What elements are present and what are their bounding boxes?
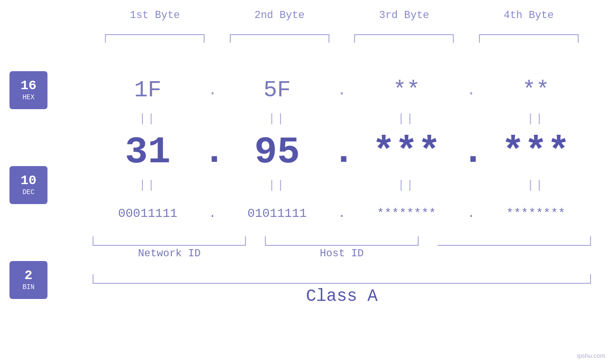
network-id-label: Network ID bbox=[93, 246, 246, 260]
dec-cell-4: *** bbox=[481, 131, 591, 174]
watermark: ipshu.com bbox=[577, 352, 605, 359]
host-id-label: Host ID bbox=[265, 246, 418, 260]
dec-number: 10 bbox=[20, 174, 37, 187]
eq1-c1: || bbox=[93, 112, 203, 125]
mid-sep-space bbox=[246, 236, 265, 260]
class-section: Class A bbox=[93, 274, 591, 306]
hex-sep-1: . bbox=[203, 82, 222, 99]
dec-label: DEC bbox=[22, 188, 34, 196]
eq2-c1: || bbox=[93, 179, 203, 192]
class-bracket-line bbox=[93, 274, 591, 284]
host-id-bracket-area-2 bbox=[438, 236, 591, 260]
dec-val-3: *** bbox=[372, 131, 441, 174]
hex-val-2: 5F bbox=[263, 77, 291, 103]
bin-cell-2: 01011111 bbox=[222, 206, 333, 221]
base-labels: 16 HEX 10 DEC 2 BIN bbox=[9, 71, 47, 299]
bracket-top-line-4 bbox=[479, 34, 579, 43]
bin-row: 00011111 . 01011111 . ******** . *******… bbox=[93, 195, 591, 233]
bin-val-4: ******** bbox=[506, 206, 565, 221]
byte-header-1: 1st Byte bbox=[93, 9, 217, 21]
host-bracket-line bbox=[265, 236, 418, 246]
hex-cell-2: 5F bbox=[222, 77, 333, 103]
eq2-c3: || bbox=[351, 179, 462, 192]
dec-sep-3: . bbox=[462, 131, 481, 173]
equals-row-2: || || || || bbox=[93, 176, 591, 195]
hex-val-4: ** bbox=[522, 77, 550, 103]
hex-label: HEX bbox=[22, 93, 34, 101]
dec-val-1: 31 bbox=[125, 131, 170, 174]
bin-val-1: 00011111 bbox=[118, 206, 178, 221]
dec-sep-2: . bbox=[332, 131, 351, 173]
hex-badge: 16 HEX bbox=[9, 71, 47, 109]
dec-cell-3: *** bbox=[351, 131, 462, 174]
top-bracket-3 bbox=[342, 34, 467, 43]
dec-val-4: *** bbox=[502, 131, 570, 174]
dec-sep-1: . bbox=[203, 131, 222, 173]
top-bracket-4 bbox=[467, 34, 591, 43]
bin-number: 2 bbox=[25, 269, 33, 282]
hex-cell-3: ** bbox=[351, 77, 462, 103]
host-bracket-line-2 bbox=[438, 236, 591, 246]
host-id-bracket-area: Host ID bbox=[265, 236, 418, 260]
bracket-top-line-2 bbox=[230, 34, 329, 43]
hex-number: 16 bbox=[20, 79, 37, 93]
top-bracket-1 bbox=[93, 34, 217, 43]
byte-header-2: 2nd Byte bbox=[217, 9, 342, 21]
bin-sep-2: . bbox=[332, 206, 351, 221]
hex-sep-3: . bbox=[462, 82, 481, 99]
dec-val-2: 95 bbox=[254, 131, 300, 174]
bin-cell-4: ******** bbox=[481, 206, 591, 221]
top-bracket-2 bbox=[217, 34, 342, 43]
hex-sep-2: . bbox=[332, 82, 351, 99]
dec-cell-2: 95 bbox=[222, 131, 333, 174]
dec-row: 31 . 95 . *** . *** bbox=[93, 128, 591, 176]
bin-sep-1: . bbox=[203, 206, 222, 221]
bin-cell-3: ******** bbox=[351, 206, 462, 221]
bracket-top-line-3 bbox=[354, 34, 454, 43]
top-brackets bbox=[93, 34, 591, 43]
bin-label: BIN bbox=[22, 283, 34, 291]
bin-val-2: 01011111 bbox=[247, 206, 307, 221]
class-label: Class A bbox=[93, 284, 591, 306]
eq2-c4: || bbox=[481, 179, 591, 192]
dec-cell-1: 31 bbox=[93, 131, 203, 174]
byte-headers: 1st Byte 2nd Byte 3rd Byte 4th Byte bbox=[93, 9, 591, 21]
dec-badge: 10 DEC bbox=[9, 166, 47, 204]
bracket-top-line-1 bbox=[105, 34, 205, 43]
hex-cell-4: ** bbox=[481, 77, 591, 103]
bin-badge: 2 BIN bbox=[9, 261, 47, 299]
bin-sep-3: . bbox=[462, 206, 481, 221]
bin-cell-1: 00011111 bbox=[93, 206, 203, 221]
hex-val-1: 1F bbox=[134, 77, 161, 103]
eq1-c3: || bbox=[351, 112, 462, 125]
eq1-c2: || bbox=[222, 112, 333, 125]
eq1-c4: || bbox=[481, 112, 591, 125]
network-bracket-line bbox=[93, 236, 246, 246]
main-container: 1st Byte 2nd Byte 3rd Byte 4th Byte 16 H… bbox=[0, 0, 610, 364]
hex-cell-1: 1F bbox=[93, 77, 203, 103]
right-sep-space bbox=[419, 236, 438, 260]
bottom-bracket-row: Network ID Host ID bbox=[93, 236, 591, 260]
equals-row-1: || || || || bbox=[93, 109, 591, 128]
network-id-bracket-area: Network ID bbox=[93, 236, 246, 260]
bin-val-3: ******** bbox=[377, 206, 436, 221]
rows-area: 1F . 5F . ** . ** || || || || bbox=[93, 43, 591, 306]
hex-val-3: ** bbox=[393, 77, 420, 103]
byte-header-4: 4th Byte bbox=[467, 9, 591, 21]
hex-row: 1F . 5F . ** . ** bbox=[93, 71, 591, 109]
byte-header-3: 3rd Byte bbox=[342, 9, 467, 21]
eq2-c2: || bbox=[222, 179, 333, 192]
